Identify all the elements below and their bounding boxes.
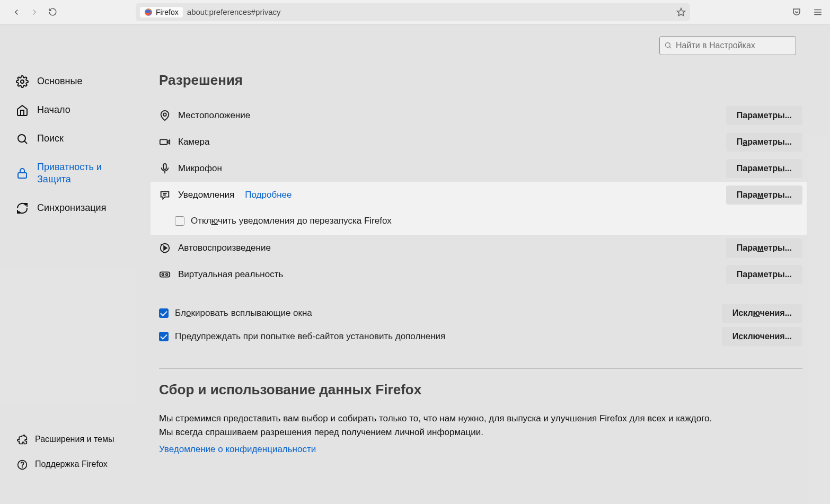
perm-row-autoplay: Автовоспроизведение Параметры... (159, 235, 802, 261)
svg-rect-10 (18, 173, 27, 178)
checkbox-icon[interactable] (159, 332, 169, 341)
reload-button[interactable] (43, 3, 61, 21)
preferences-page: Основные Начало Поиск Приватность и Защи… (0, 24, 830, 504)
sidebar-item-label: Приватность и Защита (37, 161, 102, 186)
sidebar-item-label: Расширения и темы (35, 434, 114, 445)
perm-block-notifications: Уведомления Подробнее Параметры... Отклю… (151, 182, 807, 235)
svg-line-9 (24, 141, 27, 144)
exceptions-button-popups[interactable]: Исключения... (722, 304, 802, 323)
data-paragraph-1: Мы стремимся предоставить вам выбор и со… (159, 412, 802, 426)
microphone-icon (159, 163, 171, 174)
settings-button-location[interactable]: Параметры... (726, 106, 802, 125)
bookmark-star-icon[interactable] (676, 7, 686, 17)
checkbox-warn-addons[interactable]: Предупреждать при попытке веб-сайтов уст… (159, 324, 802, 347)
checkbox-label: Отключить уведомления до перезапуска Fir… (191, 216, 392, 226)
svg-line-6 (669, 47, 671, 48)
pocket-icon[interactable] (792, 7, 801, 17)
learn-more-link[interactable]: Подробнее (245, 190, 292, 200)
sidebar-item-label: Поддержка Firefox (35, 459, 108, 470)
perm-label: Виртуальная реальность (178, 269, 283, 280)
sidebar-item-label: Синхронизация (37, 202, 106, 214)
perm-row-microphone: Микрофон Параметры... (159, 155, 802, 182)
sidebar-item-home[interactable]: Начало (11, 101, 138, 120)
svg-rect-14 (160, 139, 167, 144)
toolbar-right (775, 7, 823, 17)
sync-icon (16, 202, 29, 215)
perm-row-camera: Камера Параметры... (159, 129, 802, 155)
svg-marker-21 (164, 246, 167, 250)
browser-toolbar: Firefox about:preferences#privacy (0, 0, 830, 24)
checkbox-label: Блокировать всплывающие окна (175, 308, 312, 319)
perm-row-location: Местоположение Параметры... (159, 102, 802, 129)
section-title-permissions: Разрешения (159, 72, 802, 89)
sidebar-item-support[interactable]: Поддержка Firefox (12, 456, 119, 473)
section-title-data: Сбор и использование данных Firefox (159, 382, 802, 398)
search-icon (16, 132, 29, 145)
svg-point-8 (18, 135, 25, 142)
settings-button-camera[interactable]: Параметры... (726, 132, 802, 152)
camera-icon (159, 136, 171, 148)
url-bar[interactable]: Firefox about:preferences#privacy (136, 3, 690, 21)
sidebar-item-label: Поиск (37, 132, 64, 145)
settings-button-microphone[interactable]: Параметры... (726, 159, 802, 178)
svg-rect-16 (163, 164, 166, 170)
hamburger-menu-icon[interactable] (813, 7, 823, 17)
url-text: about:preferences#privacy (187, 7, 672, 16)
sidebar-item-privacy[interactable]: Приватность и Защита (11, 158, 138, 189)
search-input[interactable] (659, 36, 796, 55)
svg-point-12 (22, 466, 23, 467)
perm-label: Уведомления (178, 190, 234, 200)
url-identity: Firefox (140, 7, 183, 17)
location-icon (159, 110, 171, 121)
firefox-icon (144, 8, 153, 16)
forward-button[interactable] (25, 3, 43, 21)
checkbox-label: Предупреждать при попытке веб-сайтов уст… (175, 331, 445, 342)
perm-label: Микрофон (178, 163, 222, 174)
svg-marker-1 (677, 8, 685, 15)
content: Разрешения Местоположение Параметры... К… (159, 72, 802, 455)
perm-row-vr: Виртуальная реальность Параметры... (159, 261, 802, 288)
help-icon (17, 459, 28, 470)
sidebar-item-general[interactable]: Основные (11, 72, 138, 91)
privacy-notice-link[interactable]: Уведомление о конфиденциальности (159, 444, 316, 455)
settings-button-vr[interactable]: Параметры... (726, 265, 802, 284)
checkbox-pause-notifications[interactable]: Отключить уведомления до перезапуска Fir… (159, 208, 802, 232)
autoplay-icon (159, 242, 171, 254)
url-origin-label: Firefox (156, 8, 179, 16)
perm-label: Камера (178, 137, 209, 147)
divider (159, 368, 802, 369)
sidebar-item-label: Основные (37, 75, 82, 87)
lock-icon (16, 167, 29, 180)
sidebar-item-search[interactable]: Поиск (11, 129, 138, 148)
checkbox-icon[interactable] (175, 216, 184, 226)
back-button[interactable] (7, 3, 25, 21)
settings-button-notifications[interactable]: Параметры... (726, 185, 802, 205)
home-icon (16, 104, 29, 117)
data-paragraph-2: Мы всегда спрашиваем разрешения перед по… (159, 426, 802, 439)
svg-point-23 (162, 273, 164, 276)
sidebar: Основные Начало Поиск Приватность и Защи… (11, 72, 138, 227)
svg-point-5 (666, 43, 670, 48)
svg-point-13 (163, 113, 166, 116)
gear-icon (16, 75, 29, 88)
checkbox-icon[interactable] (159, 308, 169, 318)
perm-row-notifications: Уведомления Подробнее Параметры... (159, 182, 802, 208)
sidebar-item-extensions[interactable]: Расширения и темы (12, 431, 119, 448)
sidebar-item-sync[interactable]: Синхронизация (11, 199, 138, 218)
svg-point-24 (166, 273, 168, 276)
notification-icon (159, 189, 171, 201)
sidebar-item-label: Начало (37, 104, 70, 116)
checkbox-block-popups[interactable]: Блокировать всплывающие окна Исключения.… (159, 300, 802, 324)
sidebar-bottom: Расширения и темы Поддержка Firefox (12, 431, 119, 481)
puzzle-icon (17, 435, 28, 445)
vr-icon (159, 269, 171, 280)
search-wrap (659, 36, 796, 55)
svg-point-7 (21, 80, 24, 83)
perm-label: Местоположение (178, 110, 250, 121)
exceptions-button-addons[interactable]: Исключения... (722, 327, 802, 346)
search-icon (664, 41, 672, 49)
settings-button-autoplay[interactable]: Параметры... (726, 238, 802, 258)
perm-label: Автовоспроизведение (178, 243, 271, 253)
